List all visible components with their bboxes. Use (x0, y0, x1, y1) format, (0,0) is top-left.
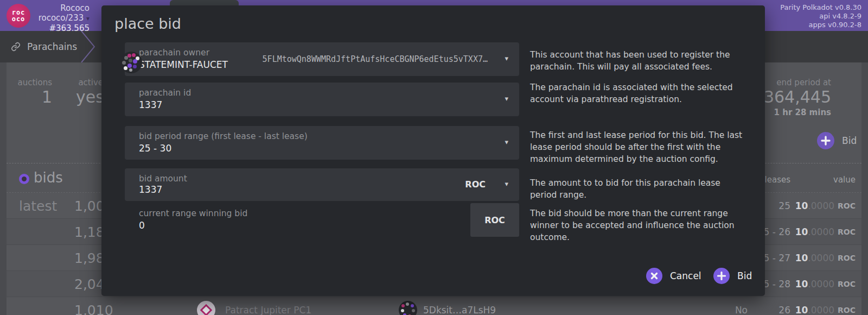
version-info: Parity Polkadot v0.8.30 api v4.8.2-9 app… (780, 3, 861, 29)
auctions-value: 1 (14, 87, 52, 106)
bid-amount: 1,98 (74, 245, 105, 271)
parachain-id-value: 1337 (139, 99, 162, 110)
owner-account-name: STATEMINT-FAUCET (139, 59, 228, 70)
token-unit: ROC (465, 179, 486, 190)
chain-selector[interactable]: Rococo rococo/233 ▾ #363,565 (38, 3, 90, 33)
chevron-down-icon[interactable]: ▾ (505, 138, 508, 146)
bid-value: 10.0000ROC (795, 271, 856, 297)
col-header-value: value (833, 175, 856, 185)
account-identicon[interactable] (399, 301, 417, 315)
network-name: Rococo (38, 3, 90, 13)
bid-leases: 26 (778, 297, 790, 315)
chain-endpoint[interactable]: rococo/233 ▾ (38, 13, 90, 23)
bid-period-range-select[interactable]: bid period range (first lease - last lea… (125, 126, 519, 160)
parachain-logo-icon (197, 301, 215, 315)
parachain-name: Patract Jupiter PC1 (225, 297, 311, 315)
bid-button-label: Bid (737, 270, 752, 281)
account-address[interactable]: 5Dksit…a7LsH9 (423, 297, 496, 315)
bid-amount: 1,00 (74, 193, 105, 219)
bid-amount: 2,04 (74, 271, 105, 297)
auctions-summary: auctions 1 (14, 78, 52, 106)
page-bid-button[interactable]: Bid (817, 132, 857, 149)
bid-amount: 1,010 (74, 297, 113, 315)
node-version: Parity Polkadot v0.8.30 (780, 3, 861, 12)
chevron-down-icon[interactable]: ▾ (505, 94, 508, 103)
bid-submit-button[interactable]: Bid (713, 268, 752, 284)
field-label: bid period range (first lease - last lea… (139, 131, 308, 141)
bid-tag: latest (19, 193, 57, 219)
close-icon (646, 268, 662, 284)
parachain-owner-select[interactable]: parachain owner STATEMINT-FAUCET 5FLMtow… (125, 42, 519, 76)
apps-version: apps v0.90.2-8 (780, 21, 861, 29)
field-label: current range winning bid (139, 209, 247, 218)
current-winning-bid-value: 0 (139, 220, 145, 231)
rococo-logo[interactable]: roc oco (7, 4, 30, 28)
field-label: parachain owner (139, 48, 209, 58)
bid-value: 10.0000ROC (795, 219, 856, 245)
help-parachain-id: The parachain id is associated with the … (530, 81, 743, 105)
chevron-down-icon: ▾ (86, 15, 90, 22)
help-owner: This account that has been used to regis… (530, 49, 743, 73)
owner-identicon (120, 52, 142, 73)
field-label: bid amount (139, 174, 187, 184)
link-icon (11, 42, 21, 52)
page-bid-button-label: Bid (842, 135, 857, 146)
parachain-id-select[interactable]: parachain id 1337 ▾ (125, 83, 519, 116)
current-winning-bid-field: current range winning bid 0 (125, 203, 519, 237)
app-root: roc oco Rococo rococo/233 ▾ #363,565 Par… (0, 0, 868, 315)
active-label: active (76, 78, 103, 87)
plus-icon (713, 268, 730, 284)
bid-value: 10.0000ROC (795, 297, 856, 315)
active-value: yes (76, 87, 103, 106)
sidebar-item-parachains[interactable]: Parachains (11, 31, 77, 62)
bid-amount: 1,18 (74, 219, 105, 245)
help-range: The first and last lease period for this… (530, 129, 743, 165)
cancel-button[interactable]: Cancel (646, 268, 701, 284)
api-version: api v4.8.2-9 (780, 12, 861, 21)
chevron-down-icon[interactable]: ▾ (505, 180, 508, 188)
cancel-button-label: Cancel (670, 270, 701, 281)
auctions-label: auctions (14, 78, 52, 87)
help-winning: The bid should be more than the current … (530, 207, 743, 243)
breadcrumb-arrow-icon (80, 31, 99, 62)
bids-table-title: bids (34, 169, 63, 186)
plus-icon (817, 132, 834, 149)
active-summary: active yes (76, 78, 103, 106)
place-bid-modal: place bid parachain owner STATEMINT-FAUC… (101, 5, 765, 296)
col-header-leases: leases (765, 175, 790, 185)
nav-parachains-label: Parachains (27, 41, 77, 52)
logo-text-line2: oco (12, 16, 25, 22)
bid-value: 10.0000ROC (795, 193, 856, 219)
bid-value: 10.0000ROC (795, 245, 856, 271)
bids-dot-icon (19, 174, 29, 184)
bid-leases: 25 (778, 193, 790, 219)
token-unit-box: ROC (470, 203, 519, 237)
bid-amount-input[interactable]: bid amount 1337 ROC ▾ (125, 168, 519, 201)
bid-amount-value: 1337 (139, 184, 162, 195)
field-label: parachain id (139, 88, 191, 98)
owner-account-address: 5FLMtowQn8WWMRdJftPtAufsHceCBGNP6edEtus5… (263, 54, 488, 64)
chevron-down-icon[interactable]: ▾ (505, 54, 508, 62)
bid-own: No (735, 297, 748, 315)
modal-title: place bid (114, 15, 181, 32)
bid-period-range-value: 25 - 30 (139, 143, 171, 154)
help-amount: The amount to to bid for this parachain … (530, 177, 743, 201)
table-row: 1,010 Patract Jupiter PC1 5Dksit…a7LsH9 … (7, 297, 861, 315)
